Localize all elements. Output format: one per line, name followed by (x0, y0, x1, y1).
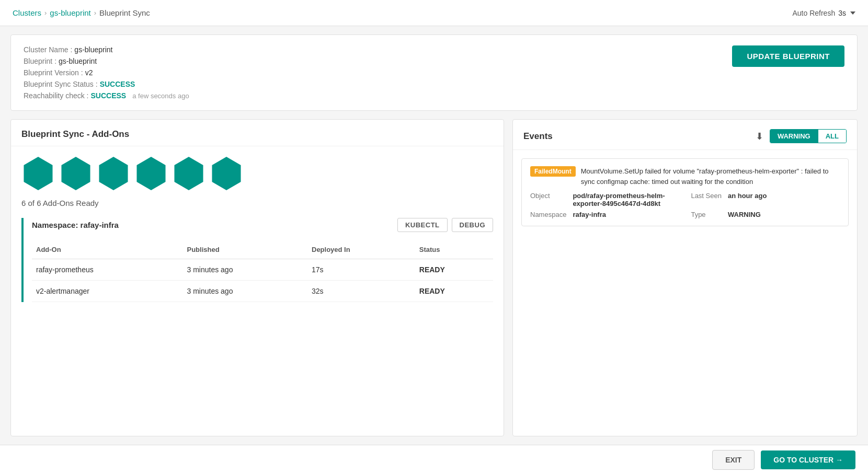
reachability-check-row: Reachability check : SUCCESS a few secon… (24, 91, 189, 100)
blueprint-version-row: Blueprint Version : v2 (24, 68, 189, 77)
blueprint-label: Blueprint : (24, 57, 56, 65)
hexagon-1 (21, 157, 55, 190)
reachability-check-label: Reachability check : (24, 91, 89, 100)
table-row: v2-alertmanager 3 minutes ago 32s READY (32, 281, 493, 302)
last-seen-value: an hour ago (728, 192, 840, 207)
left-panel-body: 6 of 6 Add-Ons Ready Namespace: rafay-in… (11, 146, 504, 436)
cell-deployed-1[interactable]: 32s (307, 281, 415, 302)
last-seen-label: Last Seen (691, 192, 722, 207)
breadcrumb-current: Blueprint Sync (99, 8, 150, 17)
type-value: WARNING (728, 211, 840, 218)
events-controls: ⬇ WARNING ALL (756, 129, 847, 143)
auto-refresh[interactable]: Auto Refresh 3s (792, 9, 855, 17)
right-panel-body: FailedMount MountVolume.SetUp failed for… (513, 150, 857, 436)
chevron-down-icon[interactable] (850, 11, 855, 15)
cell-addon-1: v2-alertmanager (32, 281, 182, 302)
breadcrumb: Clusters › gs-blueprint › Blueprint Sync (13, 8, 150, 17)
object-label: Object (530, 192, 566, 207)
cell-status-1: READY (415, 281, 493, 302)
blueprint-row: Blueprint : gs-blueprint (24, 57, 189, 65)
addon-table: Add-On Published Deployed In Status rafa… (32, 240, 493, 302)
reachability-check-value: SUCCESS (91, 91, 127, 100)
info-card: Cluster Name : gs-blueprint Blueprint : … (10, 34, 858, 111)
event-badge: FailedMount (530, 166, 576, 177)
hexagon-5 (172, 157, 205, 190)
cell-published-1: 3 minutes ago (182, 281, 307, 302)
info-fields: Cluster Name : gs-blueprint Blueprint : … (24, 45, 189, 100)
reachability-time: a few seconds ago (132, 92, 189, 100)
breadcrumb-clusters[interactable]: Clusters (13, 8, 41, 17)
blueprint-version-value: v2 (85, 68, 93, 77)
kubectl-button[interactable]: KUBECTL (397, 218, 448, 232)
blueprint-sync-status-value: SUCCESS (100, 80, 135, 88)
namespace-section: Namespace: rafay-infra KUBECTL DEBUG Add… (21, 218, 493, 302)
cluster-name-row: Cluster Name : gs-blueprint (24, 45, 189, 54)
namespace-value: rafay-infra (573, 211, 684, 218)
blueprint-value: gs-blueprint (59, 57, 97, 65)
breadcrumb-sep2: › (94, 9, 96, 17)
namespace-header: Namespace: rafay-infra KUBECTL DEBUG (32, 218, 493, 232)
main-content: Cluster Name : gs-blueprint Blueprint : … (0, 26, 868, 445)
left-panel-title: Blueprint Sync - Add-Ons (11, 120, 504, 146)
cell-deployed-0[interactable]: 17s (307, 259, 415, 281)
hexagons-row (21, 157, 493, 190)
hexagon-6 (210, 157, 243, 190)
blueprint-sync-status-row: Blueprint Sync Status : SUCCESS (24, 80, 189, 88)
breadcrumb-blueprint[interactable]: gs-blueprint (50, 8, 90, 17)
debug-button[interactable]: DEBUG (452, 218, 493, 232)
download-icon[interactable]: ⬇ (756, 131, 763, 142)
right-panel: Events ⬇ WARNING ALL FailedMount MountVo… (512, 119, 858, 436)
namespace-label: Namespace (530, 211, 566, 218)
exit-button[interactable]: EXIT (712, 450, 755, 470)
goto-cluster-button[interactable]: GO TO CLUSTER → (761, 450, 855, 469)
event-top: FailedMount MountVolume.SetUp failed for… (530, 166, 840, 187)
col-header-published: Published (182, 240, 307, 259)
event-details: Object pod/rafay-prometheus-helm-exporte… (530, 192, 840, 218)
hexagon-3 (97, 157, 130, 190)
cluster-name-label: Cluster Name : (24, 45, 72, 54)
filter-tab-all[interactable]: ALL (818, 130, 846, 143)
event-message: MountVolume.SetUp failed for volume "raf… (581, 166, 840, 187)
cell-addon-0: rafay-prometheus (32, 259, 182, 281)
col-header-addon: Add-On (32, 240, 182, 259)
hexagon-2 (59, 157, 93, 190)
update-blueprint-button[interactable]: UPDATE BLUEPRINT (732, 45, 844, 67)
table-header-row: Add-On Published Deployed In Status (32, 240, 493, 259)
filter-tabs: WARNING ALL (770, 129, 847, 143)
bottom-bar: EXIT GO TO CLUSTER → (0, 445, 868, 474)
namespace-title: Namespace: rafay-infra (32, 221, 119, 229)
col-header-status: Status (415, 240, 493, 259)
addons-ready-text: 6 of 6 Add-Ons Ready (21, 199, 493, 207)
cell-status-0: READY (415, 259, 493, 281)
auto-refresh-label: Auto Refresh (792, 9, 835, 17)
blueprint-version-label: Blueprint Version : (24, 68, 83, 77)
type-label: Type (691, 211, 722, 218)
col-header-deployed: Deployed In (307, 240, 415, 259)
left-panel: Blueprint Sync - Add-Ons 6 of 6 Add-Ons … (10, 119, 504, 436)
topbar: Clusters › gs-blueprint › Blueprint Sync… (0, 0, 868, 26)
panels: Blueprint Sync - Add-Ons 6 of 6 Add-Ons … (10, 119, 858, 436)
event-card: FailedMount MountVolume.SetUp failed for… (521, 158, 849, 226)
object-value: pod/rafay-prometheus-helm-exporter-8495c… (573, 192, 684, 207)
cluster-name-value: gs-blueprint (74, 45, 112, 54)
filter-tab-warning[interactable]: WARNING (770, 130, 818, 143)
cell-published-0: 3 minutes ago (182, 259, 307, 281)
hexagon-4 (134, 157, 168, 190)
events-title: Events (523, 131, 553, 142)
auto-refresh-value: 3s (838, 9, 846, 17)
namespace-buttons: KUBECTL DEBUG (397, 218, 493, 232)
table-row: rafay-prometheus 3 minutes ago 17s READY (32, 259, 493, 281)
breadcrumb-sep1: › (44, 9, 47, 17)
blueprint-sync-status-label: Blueprint Sync Status : (24, 80, 98, 88)
right-panel-header: Events ⬇ WARNING ALL (513, 120, 857, 150)
